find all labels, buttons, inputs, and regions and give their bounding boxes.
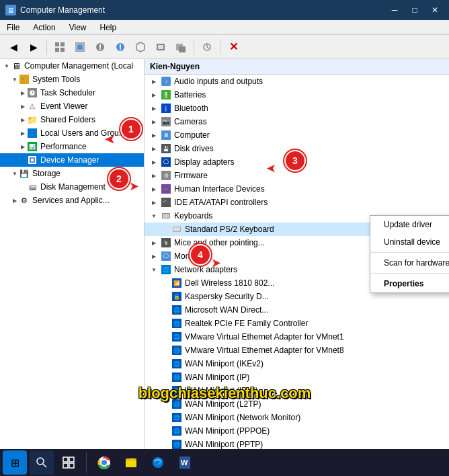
svg-rect-13 (158, 45, 163, 49)
menu-help[interactable]: Help (93, 20, 124, 34)
toolbar-btn-7[interactable] (171, 38, 190, 56)
device-keyboards-label: Keyboards (174, 211, 212, 221)
network-icon: 🌐 (161, 264, 171, 275)
display-icon: 🖵 (161, 157, 171, 167)
device-diskdrives[interactable]: ▶ 💾 Disk drives (145, 142, 449, 155)
device-cameras[interactable]: ▶ 📷 Cameras (145, 115, 449, 128)
title-bar: 🖥 Computer Management ─ □ ✕ (0, 0, 449, 20)
firmware-icon: ⚙ (161, 170, 171, 181)
toolbar-btn-8[interactable] (198, 38, 216, 56)
tree-diskmanagement-label: Disk Management (40, 182, 106, 192)
maximize-button[interactable]: □ (406, 3, 423, 17)
device-realtek[interactable]: 🌐 Realtek PCIe FE Family Controller (145, 317, 449, 330)
left-panel: ▼ 🖥 Computer Management (Local ▼ 🔧 Syste… (0, 59, 145, 461)
device-cameras-label: Cameras (174, 117, 207, 126)
device-display-label: Display adapters (174, 157, 234, 167)
device-wan-netmon-label: WAN Miniport (Network Monitor) (185, 413, 300, 422)
users-icon: 👤 (27, 128, 38, 138)
device-hid-label: Human Interface Devices (174, 184, 265, 194)
computer-icon: 🖥 (11, 61, 22, 71)
menu-file[interactable]: File (0, 20, 26, 34)
device-vmnet1[interactable]: 🌐 VMware Virtual Ethernet Adapter for VM… (145, 330, 449, 344)
context-uninstall-device[interactable]: Uninstall device (370, 233, 449, 251)
device-kaspersky-label: Kaspersky Security D... (185, 292, 269, 301)
context-update-driver[interactable]: Update driver (370, 216, 449, 233)
tree-device-manager[interactable]: Device Manager (0, 153, 144, 167)
device-ide-label: IDE ATA/ATAPI controllers (174, 198, 268, 207)
close-button[interactable]: ✕ (426, 3, 444, 17)
device-wan-netmon[interactable]: 🌐 WAN Miniport (Network Monitor) (145, 411, 449, 424)
device-display[interactable]: ▶ 🖵 Display adapters (145, 155, 449, 169)
minimize-button[interactable]: ─ (386, 3, 403, 17)
svg-rect-8 (99, 48, 101, 50)
context-sep-2 (370, 273, 449, 274)
edge-button[interactable] (146, 450, 170, 475)
device-microsoft-wan[interactable]: 🌐 Microsoft WAN Direct... (145, 303, 449, 317)
menu-action[interactable]: Action (26, 20, 62, 34)
device-wan-ikev2[interactable]: 🌐 WAN Miniport (IKEv2) (145, 357, 449, 370)
wan-ipv6-icon: 🌐 (171, 385, 182, 396)
tree-services[interactable]: ▶ ⚙ Services and Applic... (0, 194, 144, 207)
device-realtek-label: Realtek PCIe FE Family Controller (185, 319, 308, 328)
tree-taskscheduler-label: Task Scheduler (40, 88, 95, 97)
device-bluetooth[interactable]: ▶ ᛒ Bluetooth (145, 102, 449, 115)
context-scan-hardware[interactable]: Scan for hardware changes (370, 254, 449, 272)
menu-view[interactable]: View (63, 20, 93, 34)
device-wan-l2tp[interactable]: 🌐 WAN Miniport (L2TP) (145, 397, 449, 411)
svg-text:W: W (181, 459, 188, 467)
tree-services-label: Services and Applic... (32, 196, 110, 205)
toolbar-btn-6[interactable] (151, 38, 170, 56)
perf-icon: 📊 (27, 141, 38, 152)
devmgr-icon (27, 155, 38, 165)
back-button[interactable]: ◀ (4, 38, 23, 56)
tree-performance[interactable]: ▶ 📊 Performance (0, 140, 144, 153)
ide-icon: 🔌 (161, 197, 171, 208)
device-hid[interactable]: ▶ 🎮 Human Interface Devices (145, 182, 449, 196)
device-firmware[interactable]: ▶ ⚙ Firmware (145, 169, 449, 182)
device-batteries[interactable]: ▶ 🔋 Batteries (145, 88, 449, 102)
tree-event-viewer[interactable]: ▶ ⚠ Event Viewer (0, 100, 144, 113)
expand-keyboards: ▼ (147, 213, 161, 219)
main-area: ▼ 🖥 Computer Management (Local ▼ 🔧 Syste… (0, 59, 449, 461)
expand-ide: ▶ (147, 200, 161, 206)
toolbar-btn-1[interactable] (50, 38, 69, 56)
taskview-button[interactable] (56, 450, 81, 475)
device-wan-pppoe-label: WAN Miniport (PPPOE) (185, 426, 270, 436)
vmnet1-icon: 🌐 (171, 331, 182, 342)
tree-expand-storage: ▼ (11, 169, 19, 177)
device-ide[interactable]: ▶ 🔌 IDE ATA/ATAPI controllers (145, 196, 449, 209)
device-vmnet8[interactable]: 🌐 VMware Virtual Ethernet Adapter for VM… (145, 344, 449, 357)
context-properties[interactable]: Properties (370, 275, 449, 292)
explorer-button[interactable] (119, 450, 143, 475)
start-button[interactable]: ⊞ (3, 450, 27, 475)
device-wan-pppoe[interactable]: 🌐 WAN Miniport (PPPOE) (145, 424, 449, 438)
device-audio[interactable]: ▶ ♪ Audio inputs and outputs (145, 75, 449, 88)
tree-disk-management[interactable]: 🖴 Disk Management (0, 180, 144, 194)
device-wan-ipv6[interactable]: 🌐 WAN Miniport (IPv6) (145, 384, 449, 397)
svg-rect-3 (60, 48, 65, 52)
device-bluetooth-label: Bluetooth (174, 104, 208, 113)
device-computer-label: Computer (174, 130, 210, 140)
expand-bluetooth: ▶ (147, 106, 161, 112)
tree-task-scheduler[interactable]: ▶ 🕐 Task Scheduler (0, 86, 144, 100)
search-button[interactable] (30, 450, 54, 475)
device-computer[interactable]: ▶ 🖥 Computer (145, 128, 449, 142)
tree-root[interactable]: ▼ 🖥 Computer Management (Local (0, 59, 144, 73)
tree-shared-folders[interactable]: ▶ 📁 Shared Folders (0, 113, 144, 126)
toolbar-btn-2[interactable] (71, 38, 89, 56)
forward-button[interactable]: ▶ (24, 38, 43, 56)
svg-rect-5 (77, 44, 83, 50)
tree-system-tools[interactable]: ▼ 🔧 System Tools (0, 73, 144, 86)
device-wan-ip[interactable]: 🌐 WAN Miniport (IP) (145, 370, 449, 384)
stop-button[interactable]: ✕ (224, 38, 243, 56)
tree-localusers-label: Local Users and Grou... (40, 128, 126, 138)
expand-batteries: ▶ (147, 92, 161, 98)
toolbar-btn-3[interactable] (91, 38, 110, 56)
toolbar-btn-5[interactable] (131, 38, 150, 56)
word-button[interactable]: W (173, 450, 197, 475)
toolbar-btn-4[interactable] (111, 38, 130, 56)
chrome-button[interactable] (92, 450, 116, 475)
tree-local-users[interactable]: ▶ 👤 Local Users and Grou... (0, 126, 144, 140)
device-microsoft-wan-label: Microsoft WAN Direct... (185, 305, 268, 315)
tree-storage[interactable]: ▼ 💾 Storage (0, 167, 144, 180)
